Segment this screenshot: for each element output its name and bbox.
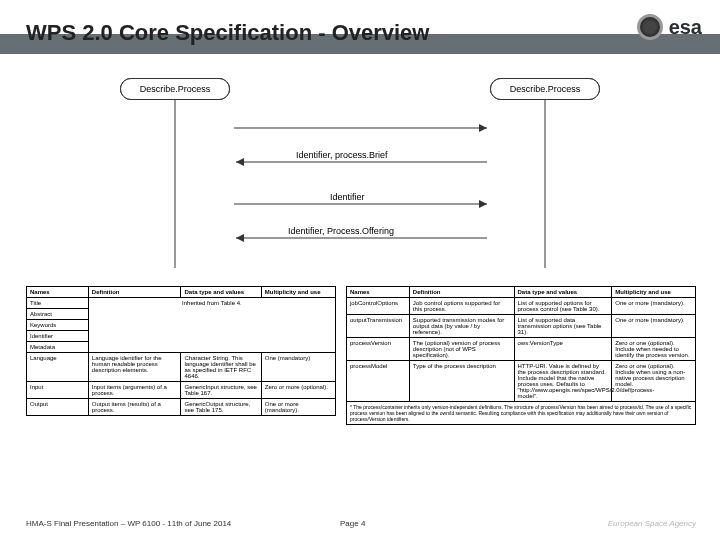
svg-marker-7 bbox=[479, 200, 487, 208]
cell: Language bbox=[27, 353, 89, 382]
th: Multiplicity and use bbox=[261, 287, 335, 298]
cell: The (optional) version of process descri… bbox=[409, 338, 514, 361]
cell: Job control options supported for this p… bbox=[409, 298, 514, 315]
footer-left: HMA-S Final Presentation – WP 6100 - 11t… bbox=[26, 519, 231, 528]
cell: Output items (results) of a process. bbox=[88, 399, 181, 416]
cell: Title bbox=[27, 298, 89, 309]
msg-identifier: Identifier bbox=[330, 192, 365, 202]
esa-logo: esa bbox=[637, 14, 702, 40]
msg-identifier-processoffering: Identifier, Process.Offering bbox=[288, 226, 394, 236]
cell: Input bbox=[27, 382, 89, 399]
describe-right: Describe.Process bbox=[490, 78, 600, 100]
cell: Output bbox=[27, 399, 89, 416]
th: Names bbox=[27, 287, 89, 298]
cell: Character String. This language identifi… bbox=[181, 353, 261, 382]
logo-text: esa bbox=[669, 16, 702, 39]
cell: One or more (mandatory). bbox=[612, 298, 696, 315]
msg-identifier-processbrief: Identifier, process.Brief bbox=[296, 150, 388, 160]
th: Data type and values bbox=[181, 287, 261, 298]
cell: Identifier bbox=[27, 331, 89, 342]
cell: jobControlOptions bbox=[347, 298, 410, 315]
cell: Keywords bbox=[27, 320, 89, 331]
cell: Metadata bbox=[27, 342, 89, 353]
right-table: Names Definition Data type and values Mu… bbox=[346, 286, 696, 402]
cell: ows:VersionType bbox=[514, 338, 612, 361]
cell: HTTP-URI. Value is defined by the proces… bbox=[514, 361, 612, 402]
left-table: Names Definition Data type and values Mu… bbox=[26, 286, 336, 416]
svg-marker-3 bbox=[479, 124, 487, 132]
cell: processVersion bbox=[347, 338, 410, 361]
cell: processModel bbox=[347, 361, 410, 402]
cell: Input items (arguments) of a process. bbox=[88, 382, 181, 399]
cell: List of supported data transmission opti… bbox=[514, 315, 612, 338]
th: Data type and values bbox=[514, 287, 612, 298]
cell: Zero or more (optional). bbox=[261, 382, 335, 399]
footer-agency: European Space Agency bbox=[608, 519, 696, 528]
tables-area: Names Definition Data type and values Mu… bbox=[26, 286, 696, 425]
cell: One (mandatory) bbox=[261, 353, 335, 382]
sequence-diagram: WPS Client WPS Server Get.Capabilities G… bbox=[60, 78, 660, 278]
cell: GenericInput structure, see Table 167. bbox=[181, 382, 261, 399]
cell: One or more (mandatory). bbox=[261, 399, 335, 416]
cell: Type of the process description bbox=[409, 361, 514, 402]
svg-marker-5 bbox=[236, 158, 244, 166]
cell-inherited: Inherited from Table 4. bbox=[88, 298, 335, 353]
logo-swirl-icon bbox=[637, 14, 663, 40]
page-title: WPS 2.0 Core Specification - Overview bbox=[26, 20, 429, 46]
cell: Language identifier for the human readab… bbox=[88, 353, 181, 382]
cell: One or more (mandatory). bbox=[612, 315, 696, 338]
th: Definition bbox=[88, 287, 181, 298]
cell: Zero or one (optional). Include when nee… bbox=[612, 338, 696, 361]
cell: Zero or one (optional). Include when usi… bbox=[612, 361, 696, 402]
th: Definition bbox=[409, 287, 514, 298]
th: Multiplicity and use bbox=[612, 287, 696, 298]
cell: Supported transmission modes for output … bbox=[409, 315, 514, 338]
footer-page: Page 4 bbox=[340, 519, 365, 528]
table-footnote: * The process/container inherits only ve… bbox=[346, 402, 696, 425]
cell: Abstract bbox=[27, 309, 89, 320]
cell: GenericOutput structure, see Table 175. bbox=[181, 399, 261, 416]
describe-left: Describe.Process bbox=[120, 78, 230, 100]
diagram-lines bbox=[60, 78, 660, 278]
th: Names bbox=[347, 287, 410, 298]
cell: List of supported options for process co… bbox=[514, 298, 612, 315]
svg-marker-9 bbox=[236, 234, 244, 242]
cell: outputTransmission bbox=[347, 315, 410, 338]
